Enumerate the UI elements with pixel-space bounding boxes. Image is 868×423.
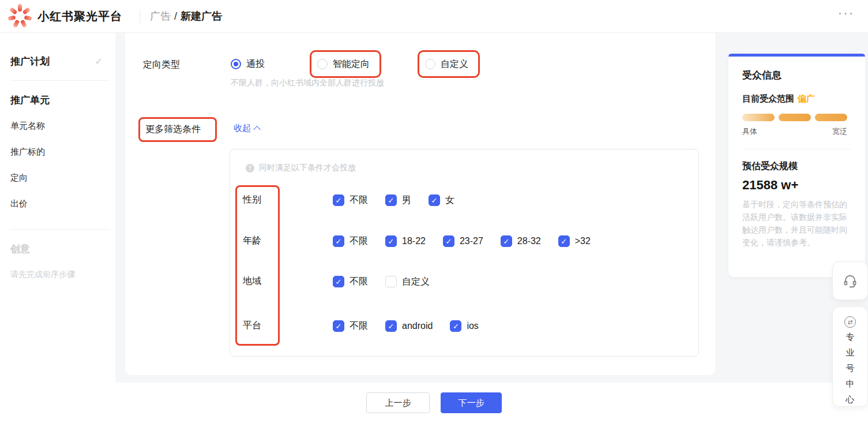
- audience-title: 受众信息: [742, 54, 851, 82]
- info-icon: !: [246, 164, 254, 173]
- checkbox-icon[interactable]: [443, 235, 454, 247]
- pro-center-char: 专: [846, 329, 855, 345]
- filter-checkbox-option[interactable]: 男: [385, 194, 411, 207]
- checkbox-icon[interactable]: [429, 194, 440, 206]
- targeting-options: 通投 智能定向 自定义: [231, 56, 634, 72]
- checkbox-icon[interactable]: [333, 194, 344, 206]
- checkbox-label: 23-27: [460, 236, 483, 246]
- customer-support-button[interactable]: [832, 261, 868, 300]
- filter-checkbox-option[interactable]: 不限: [333, 320, 368, 332]
- filter-row: 性别 不限 男 女: [230, 192, 698, 208]
- radio-icon[interactable]: [317, 59, 328, 69]
- sidebar-sub-item[interactable]: 定向: [10, 173, 115, 184]
- filter-checkbox-option[interactable]: ios: [450, 320, 478, 332]
- range-meter-segment: [815, 114, 847, 121]
- filter-checkbox-option[interactable]: >32: [558, 235, 591, 247]
- audience-range-label: 目前受众范围: [742, 93, 794, 103]
- filter-row: 地域 不限 自定义: [230, 274, 698, 290]
- breadcrumb-current: 新建广告: [181, 9, 222, 23]
- sidebar-sub-item[interactable]: 出价: [10, 199, 115, 209]
- audience-range-value: 偏广: [798, 93, 815, 103]
- filter-row: 年龄 不限 18-22 23-27 28-32 >32: [230, 233, 698, 249]
- screen: 小红书聚光平台 广告 / 新建广告 ··· 推广计划 ✓ 推广单元 单元名称推广…: [0, 0, 868, 423]
- checkbox-icon[interactable]: [501, 235, 512, 247]
- pro-center-char: 业: [846, 345, 855, 360]
- filter-checkbox-option[interactable]: 28-32: [501, 235, 541, 247]
- filter-checkbox-option[interactable]: android: [385, 320, 433, 332]
- filter-checkbox-option[interactable]: 18-22: [385, 235, 426, 247]
- filter-checkbox-option[interactable]: 不限: [333, 235, 368, 248]
- filter-checkbox-option[interactable]: 23-27: [443, 235, 483, 247]
- radio-label: 智能定向: [333, 58, 370, 70]
- checkbox-label: ios: [467, 321, 478, 331]
- filter-checkbox-option[interactable]: 不限: [333, 194, 368, 207]
- radio-label: 自定义: [441, 58, 468, 70]
- next-step-button[interactable]: 下一步: [441, 392, 502, 413]
- checkbox-icon[interactable]: [385, 235, 397, 247]
- pro-center-char: 中: [846, 376, 855, 391]
- filter-row-options: 不限 android ios: [333, 318, 479, 334]
- checkbox-icon[interactable]: [450, 320, 461, 332]
- estimate-label: 预估受众规模: [742, 160, 851, 173]
- filter-checkbox-option[interactable]: 自定义: [385, 276, 430, 288]
- checkbox-label: >32: [575, 236, 591, 246]
- sidebar-divider: [10, 229, 110, 230]
- collapse-link[interactable]: 收起: [234, 123, 260, 134]
- wizard-footer: 上一步 下一步: [0, 383, 868, 423]
- filter-conditions-panel: ! 同时满足以下条件才会投放 性别 不限 男 女 年龄 不限 18-22 23-…: [230, 149, 699, 357]
- radio-icon[interactable]: [425, 59, 435, 69]
- audience-info-card: 受众信息 目前受众范围偏广 具体 宽泛 预估受众规模 21588 w+ 基于时段…: [728, 54, 865, 277]
- estimate-value: 21588 w+: [742, 178, 851, 193]
- checkbox-label: 不限: [350, 276, 368, 288]
- panel-notice-text: 同时满足以下条件才会投放: [259, 163, 356, 173]
- targeting-radio-option[interactable]: 通投: [231, 56, 265, 72]
- previous-step-button[interactable]: 上一步: [366, 392, 430, 413]
- targeting-radio-option[interactable]: 智能定向: [317, 56, 370, 72]
- chevron-up-icon: [253, 126, 261, 133]
- more-filters-label: 更多筛选条件: [145, 123, 201, 136]
- brand-logo-icon[interactable]: [7, 4, 32, 28]
- breadcrumb-section[interactable]: 广告: [150, 9, 171, 23]
- checkbox-icon[interactable]: [558, 235, 570, 247]
- checkbox-icon[interactable]: [385, 194, 397, 206]
- range-meter-segment: [742, 114, 775, 121]
- checkbox-label: 不限: [350, 320, 368, 332]
- pro-center-char: 心: [846, 391, 855, 407]
- range-meter-segment: [779, 114, 811, 121]
- sidebar-sub-item[interactable]: 推广标的: [10, 147, 115, 158]
- filter-row-options: 不限 18-22 23-27 28-32 >32: [333, 233, 591, 249]
- checkbox-label: 18-22: [402, 236, 426, 246]
- radio-icon[interactable]: [231, 59, 241, 69]
- panel-notice: ! 同时满足以下条件才会投放: [246, 163, 356, 173]
- check-icon: ✓: [95, 56, 103, 67]
- checkbox-icon[interactable]: [385, 320, 397, 332]
- audience-range-row: 目前受众范围偏广: [742, 93, 851, 104]
- step-sidebar: 推广计划 ✓ 推广单元 单元名称推广标的定向出价 创意 请先完成前序步骤: [0, 33, 115, 423]
- audience-range-meter: [742, 114, 847, 121]
- filter-checkbox-option[interactable]: 女: [429, 194, 454, 207]
- filter-checkbox-option[interactable]: 不限: [333, 276, 368, 288]
- more-options-icon[interactable]: ···: [839, 8, 855, 20]
- checkbox-icon[interactable]: [385, 276, 397, 287]
- radio-label: 通投: [246, 58, 265, 70]
- headset-icon: [843, 274, 858, 289]
- audience-divider: [742, 149, 851, 149]
- filter-row: 平台 不限 android ios: [230, 318, 698, 334]
- pro-account-center-button[interactable]: ⇄ 专业号中心: [832, 306, 868, 407]
- checkbox-icon[interactable]: [333, 320, 344, 332]
- switch-icon: ⇄: [844, 316, 856, 328]
- targeting-radio-option[interactable]: 自定义: [425, 56, 468, 72]
- sidebar-sub-item[interactable]: 单元名称: [10, 121, 115, 132]
- sidebar-item-plan[interactable]: 推广计划 ✓: [10, 55, 115, 68]
- checkbox-icon[interactable]: [333, 276, 344, 287]
- targeting-type-label: 定向类型: [143, 59, 180, 71]
- checkbox-icon[interactable]: [333, 235, 344, 247]
- checkbox-label: 女: [445, 194, 454, 207]
- unit-step-title[interactable]: 推广单元: [10, 93, 115, 107]
- filter-row-label: 性别: [243, 194, 261, 206]
- creative-step-title: 创意: [10, 242, 115, 256]
- audience-scale-row: 具体 宽泛: [742, 126, 847, 137]
- creative-step-hint: 请先完成前序步骤: [10, 269, 115, 280]
- header-divider: [140, 9, 140, 23]
- filter-row-label: 平台: [243, 320, 261, 332]
